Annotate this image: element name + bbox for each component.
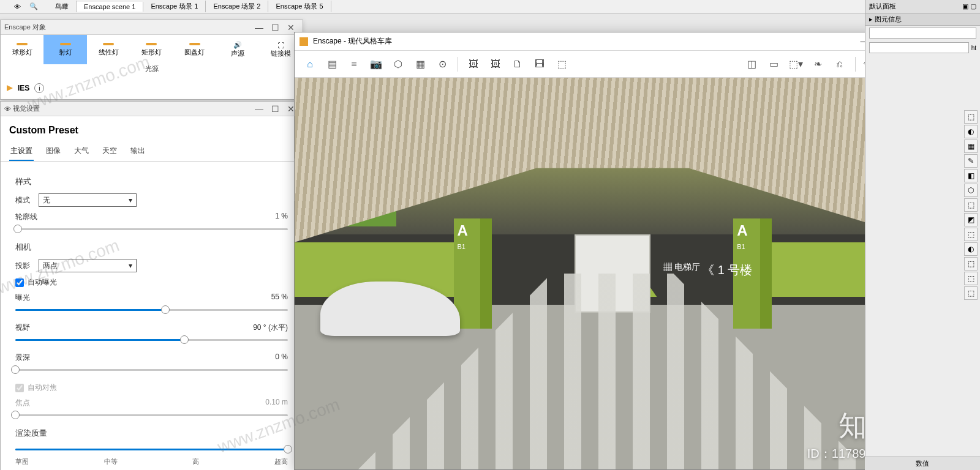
ies-label: IES	[18, 84, 29, 92]
entity-name-input[interactable]	[869, 28, 976, 39]
panel-title-label: 视觉设置	[13, 104, 40, 113]
video-icon[interactable]: ⊙	[433, 55, 451, 73]
search-icon[interactable]: 🔍	[29, 2, 48, 10]
entity-info-header[interactable]: ▸ 图元信息	[865, 13, 980, 26]
close-button[interactable]: ✕	[283, 23, 299, 32]
tray-tool-icon[interactable]: ◩	[964, 213, 978, 226]
scene-tab[interactable]: Enscape 场景 5	[268, 1, 331, 12]
tab-sky[interactable]: 天空	[101, 142, 118, 161]
quality-slider[interactable]	[15, 445, 288, 453]
sphere-light-button[interactable]: 球形灯	[1, 35, 43, 64]
render-toolbar: ⌂ ▤ ≡ 📷 ⬡ ▦ ⊙ 🖼 🖼 🗋 🎞 ⬚ ◫ ▭ ⬚▾ ❧ ⎌ 👁▾ ⚙▾…	[295, 51, 930, 78]
tab-atmosphere[interactable]: 大气	[73, 142, 90, 161]
linear-light-button[interactable]: 线性灯	[87, 35, 130, 64]
focal-label: 焦点	[15, 398, 30, 408]
leaf-icon[interactable]: ❧	[809, 55, 827, 73]
camera-header: 相机	[15, 242, 288, 253]
scene-tab[interactable]: Enscape 场景 2	[206, 1, 268, 12]
exposure-value: 55 %	[271, 293, 288, 303]
batch-icon[interactable]: 🗋	[508, 55, 527, 73]
asset-library-icon[interactable]: ▦	[411, 55, 429, 73]
tray-tool-icon[interactable]: ◐	[964, 125, 978, 138]
info-icon[interactable]: i	[34, 83, 44, 93]
tray-title: 默认面板	[869, 2, 896, 11]
dof-slider[interactable]	[15, 365, 288, 374]
projection-select[interactable]: 两点▾	[39, 259, 137, 272]
tray-tool-icon[interactable]: ✎	[964, 154, 978, 168]
measurements-box: 数值	[865, 457, 980, 470]
scene-tab[interactable]: Enscape 场景 1	[143, 1, 206, 12]
render-viewport[interactable]: AB1 AB1 A 区 电梯厅 → B1 《 1 号楼 ▦ 电梯厅 知末 ID：…	[295, 78, 930, 469]
auto-focus-checkbox	[15, 384, 24, 392]
tab-main[interactable]: 主设置	[9, 142, 34, 161]
outline-slider[interactable]	[15, 225, 288, 233]
maximize-button[interactable]: ☐	[267, 104, 283, 114]
cube-icon[interactable]: ⬚▾	[786, 55, 805, 73]
elevator-sign: ▦ 电梯厅	[663, 262, 700, 273]
exe-export-icon[interactable]: ⬚	[552, 55, 571, 73]
tab-image[interactable]: 图像	[45, 142, 62, 161]
video-export-icon[interactable]: 🎞	[530, 55, 549, 73]
tray-tool-icon[interactable]: ⬚	[964, 228, 978, 241]
chevron-down-icon: ▾	[129, 261, 132, 270]
exposure-label: 曝光	[15, 293, 30, 303]
capture-icon[interactable]: 🖼	[464, 55, 483, 73]
panorama-icon[interactable]: 🖼	[486, 55, 505, 73]
auto-exposure-checkbox[interactable]	[15, 278, 24, 287]
light-group-label: 光源	[1, 64, 303, 77]
disk-light-button[interactable]: 圆盘灯	[173, 35, 216, 64]
spot-light-button[interactable]: 射灯	[43, 35, 86, 64]
minimize-button[interactable]: —	[251, 23, 267, 32]
minimize-button[interactable]: —	[251, 104, 267, 114]
focal-value: 0.10 m	[265, 398, 288, 408]
fov-slider[interactable]	[15, 335, 288, 344]
collab-icon[interactable]: ▭	[764, 55, 783, 73]
link-icon[interactable]: ⎌	[831, 55, 849, 73]
vr-icon[interactable]: ◫	[742, 55, 761, 73]
tray-tool-icon[interactable]: ⬚	[964, 198, 978, 212]
outline-value: 1 %	[275, 212, 288, 222]
manage-views-icon[interactable]: ▤	[323, 55, 341, 73]
exposure-slider[interactable]	[15, 305, 288, 314]
quality-header: 渲染质量	[15, 428, 288, 439]
screenshot-icon[interactable]: 📷	[367, 55, 385, 73]
visual-settings-panel: 👁 视觉设置 — ☐ ✕ Custom Preset 主设置 图像 大气 天空 …	[0, 101, 303, 470]
entity-field-input[interactable]	[869, 42, 969, 53]
panel-title-label: Enscape 对象	[4, 23, 46, 32]
tray-tool-icon[interactable]: ⬚	[964, 272, 978, 285]
bim-icon[interactable]: ≡	[345, 55, 363, 73]
tray-tool-icon[interactable]: ⬚	[964, 257, 978, 270]
orbit-icon[interactable]: 👁	[5, 3, 29, 10]
outline-label: 轮廓线	[15, 212, 37, 222]
maximize-button[interactable]: ☐	[267, 23, 283, 32]
rect-light-button[interactable]: 矩形灯	[130, 35, 173, 64]
tab-output[interactable]: 输出	[129, 142, 146, 161]
tray-tool-column: ⬚ ◐ ▦ ✎ ◧ ⬡ ⬚ ◩ ⬚ ◐ ⬚ ⬚ ⬚	[964, 110, 979, 300]
tray-tool-icon[interactable]: ▦	[964, 140, 978, 153]
scene-tab[interactable]: Enscape scene 1	[77, 2, 143, 12]
tray-tool-icon[interactable]: ◧	[964, 169, 978, 182]
tray-tool-icon[interactable]: ⬚	[964, 110, 978, 124]
fov-value: 90 ° (水平)	[253, 323, 288, 333]
focal-slider	[15, 411, 288, 419]
sound-source-button[interactable]: 🔊声源	[216, 35, 259, 64]
building-sign: 《 1 号楼	[702, 262, 752, 278]
mode-select[interactable]: 无▾	[39, 193, 137, 207]
auto-exposure-label: 自动曝光	[28, 277, 57, 288]
quality-mark: 草图	[15, 457, 29, 466]
dof-value: 0 %	[275, 352, 288, 363]
scene-tab-bar: 👁 🔍 鸟瞰 Enscape scene 1 Enscape 场景 1 Ensc…	[0, 0, 980, 13]
fov-label: 视野	[15, 323, 30, 333]
ies-icon	[7, 85, 13, 91]
tray-tool-icon[interactable]: ◐	[964, 242, 978, 256]
tray-controls[interactable]: ▣ ▢	[962, 2, 976, 10]
dof-label: 景深	[15, 352, 30, 363]
issue-icon[interactable]: ⬡	[389, 55, 407, 73]
tray-tool-icon[interactable]: ⬡	[964, 184, 978, 197]
tray-tool-icon[interactable]: ⬚	[964, 286, 978, 300]
quality-mark: 超高	[274, 457, 288, 466]
enscape-objects-panel: Enscape 对象 — ☐ ✕ 球形灯 射灯 线性灯 矩形灯 圆盘灯 🔊声源 …	[0, 20, 303, 100]
scene-tab[interactable]: 鸟瞰	[48, 1, 77, 12]
home-icon[interactable]: ⌂	[301, 55, 319, 73]
preset-title: Custom Preset	[1, 116, 303, 142]
